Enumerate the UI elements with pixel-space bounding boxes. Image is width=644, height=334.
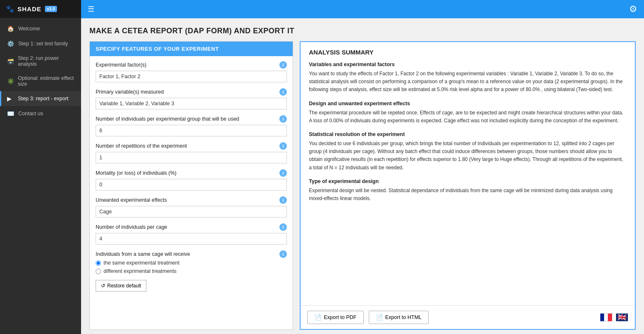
- input-mortality[interactable]: [96, 179, 287, 191]
- menu-icon[interactable]: ☰: [88, 5, 94, 14]
- form-group-mortality: Mortality (or loss) of individuals (%) i: [96, 169, 287, 191]
- gear-icon: ⚙️: [7, 40, 14, 47]
- analysis-title: ANALYSIS SUMMARY: [309, 49, 627, 56]
- restore-label: Restore default: [107, 283, 141, 289]
- label-per-cage: Number of individuals per cage: [96, 224, 167, 230]
- radio-label-different: different exprimental treatments: [104, 268, 177, 274]
- sidebar-item-label: Welcome: [18, 26, 40, 32]
- version-badge: v3.0: [45, 6, 57, 12]
- form-group-cage-treatment: Individuals from a same cage will receiv…: [96, 250, 287, 274]
- export-html-button[interactable]: 📄 Export to HTML: [369, 311, 429, 324]
- form-group-individuals: Number of individuals per experimental g…: [96, 115, 287, 136]
- section-title-2: Statistical resolution of the experiment: [309, 131, 627, 137]
- restore-icon: ↺: [101, 283, 105, 289]
- input-variables[interactable]: [96, 98, 287, 109]
- home-icon: 🏠: [7, 25, 14, 32]
- sidebar-item-label: Step 3: report - export: [18, 96, 69, 101]
- radio-different-treatment[interactable]: different exprimental treatments: [96, 268, 287, 274]
- sidebar-item-step1[interactable]: ⚙️ Step 1: set test family: [0, 36, 81, 51]
- section-text-0: You want to study the effects of Factor …: [309, 70, 627, 94]
- input-unwanted[interactable]: [96, 206, 287, 218]
- radio-input-same[interactable]: [96, 260, 101, 266]
- sidebar-item-step2[interactable]: 🗃️ Step 2: run power analysis: [0, 51, 81, 71]
- uk-flag[interactable]: [616, 313, 628, 322]
- info-icon-per-cage[interactable]: i: [279, 223, 287, 231]
- french-flag[interactable]: [600, 313, 612, 322]
- section-title-1: Design and unwanted experiment effects: [309, 101, 627, 106]
- analysis-section-3: Type of experimental design Experimental…: [309, 178, 627, 203]
- form-group-unwanted: Unwanted experimental effects i: [96, 196, 287, 218]
- sidebar-item-label: Step 2: run power analysis: [18, 55, 75, 67]
- settings-icon[interactable]: ⚙: [629, 4, 637, 15]
- info-icon-individuals[interactable]: i: [279, 115, 287, 123]
- mail-icon: ✉️: [7, 110, 14, 117]
- input-repetitions[interactable]: [96, 152, 287, 163]
- label-repetitions: Number of repetitions of the experiment: [96, 143, 187, 149]
- analysis-section-0: Variables and experimental factors You w…: [309, 62, 627, 94]
- analysis-section-2: Statistical resolution of the experiment…: [309, 131, 627, 172]
- pdf-icon: 📄: [314, 314, 321, 321]
- logo-text: SHADE: [17, 5, 42, 12]
- export-html-label: Export to HTML: [385, 314, 422, 320]
- info-icon-unwanted[interactable]: i: [279, 196, 287, 204]
- sidebar-item-optional[interactable]: ✳️ Optional: estimate effect size: [0, 71, 81, 91]
- html-icon: 📄: [376, 314, 383, 321]
- topbar: ☰ ⚙: [81, 0, 644, 18]
- content-area: MAKE A CETEA REPORT (DAP FORM) AND EXPOR…: [81, 18, 644, 334]
- info-icon-repetitions[interactable]: i: [279, 142, 287, 150]
- arrow-icon: ▶: [7, 95, 14, 102]
- panel-body: Experimental factor(s) i Primary variabl…: [90, 56, 293, 329]
- info-icon-mortality[interactable]: i: [279, 169, 287, 177]
- sidebar-nav: 🏠 Welcome ⚙️ Step 1: set test family 🗃️ …: [0, 18, 81, 334]
- form-group-repetitions: Number of repetitions of the experiment …: [96, 142, 287, 163]
- sidebar-item-label: Step 1: set test family: [18, 41, 68, 47]
- right-panel-footer: 📄 Export to PDF 📄 Export to HTML: [301, 305, 635, 329]
- table-icon: 🗃️: [7, 58, 14, 64]
- section-title-0: Variables and experimental factors: [309, 62, 627, 67]
- sidebar: 🐾 SHADE v3.0 🏠 Welcome ⚙️ Step 1: set te…: [0, 0, 81, 334]
- radio-input-different[interactable]: [96, 269, 101, 274]
- input-individuals[interactable]: [96, 125, 287, 136]
- section-text-3: Experimental design will be nested. Stat…: [309, 187, 627, 203]
- radio-group-cage: the same experimental treatment differen…: [96, 260, 287, 274]
- sidebar-item-step3[interactable]: ▶ Step 3: report - export: [0, 91, 81, 106]
- form-group-per-cage: Number of individuals per cage i: [96, 223, 287, 245]
- label-individuals: Number of individuals per experimental g…: [96, 116, 239, 122]
- section-title-3: Type of experimental design: [309, 178, 627, 184]
- label-variables: Primary variable(s) measured: [96, 89, 164, 95]
- section-text-2: You decided to use 6 individuals per gro…: [309, 140, 627, 172]
- label-unwanted: Unwanted experimental effects: [96, 197, 167, 203]
- info-icon-factors[interactable]: i: [279, 61, 287, 69]
- left-panel: SPECIFY FEATURES OF YOUR EXPERIMENT Expe…: [89, 41, 293, 330]
- page-title: MAKE A CETEA REPORT (DAP FORM) AND EXPOR…: [89, 27, 636, 35]
- export-pdf-button[interactable]: 📄 Export to PDF: [307, 311, 364, 324]
- radio-label-same: the same experimental treatment: [104, 260, 180, 266]
- info-icon-cage-treatment[interactable]: i: [279, 250, 287, 258]
- two-column-layout: SPECIFY FEATURES OF YOUR EXPERIMENT Expe…: [89, 41, 636, 330]
- restore-default-button[interactable]: ↺ Restore default: [96, 280, 146, 292]
- input-per-cage[interactable]: [96, 233, 287, 245]
- page-area: MAKE A CETEA REPORT (DAP FORM) AND EXPOR…: [89, 27, 636, 330]
- input-factors[interactable]: [96, 71, 287, 82]
- main-area: ☰ ⚙ MAKE A CETEA REPORT (DAP FORM) AND E…: [81, 0, 644, 334]
- form-group-factors: Experimental factor(s) i: [96, 61, 287, 82]
- sidebar-item-welcome[interactable]: 🏠 Welcome: [0, 21, 81, 36]
- radio-same-treatment[interactable]: the same experimental treatment: [96, 260, 287, 266]
- export-pdf-label: Export to PDF: [324, 314, 357, 320]
- paw-icon: 🐾: [6, 5, 14, 13]
- sidebar-item-label: Optional: estimate effect size: [18, 75, 75, 87]
- analysis-section-1: Design and unwanted experiment effects T…: [309, 101, 627, 125]
- label-cage-treatment: Individuals from a same cage will receiv…: [96, 251, 190, 257]
- info-icon-variables[interactable]: i: [279, 88, 287, 96]
- section-text-1: The experimental procedure will be repet…: [309, 109, 627, 125]
- label-factors: Experimental factor(s): [96, 62, 146, 68]
- flag-group: [600, 313, 628, 322]
- label-mortality: Mortality (or loss) of individuals (%): [96, 170, 177, 176]
- panel-header: SPECIFY FEATURES OF YOUR EXPERIMENT: [90, 42, 293, 56]
- sidebar-item-contact[interactable]: ✉️ Contact us: [0, 106, 81, 121]
- form-group-variables: Primary variable(s) measured i: [96, 88, 287, 109]
- sidebar-item-label: Contact us: [18, 111, 43, 116]
- analysis-summary-body: ANALYSIS SUMMARY Variables and experimen…: [301, 42, 635, 305]
- right-panel: ANALYSIS SUMMARY Variables and experimen…: [300, 41, 636, 330]
- asterisk-icon: ✳️: [7, 78, 14, 84]
